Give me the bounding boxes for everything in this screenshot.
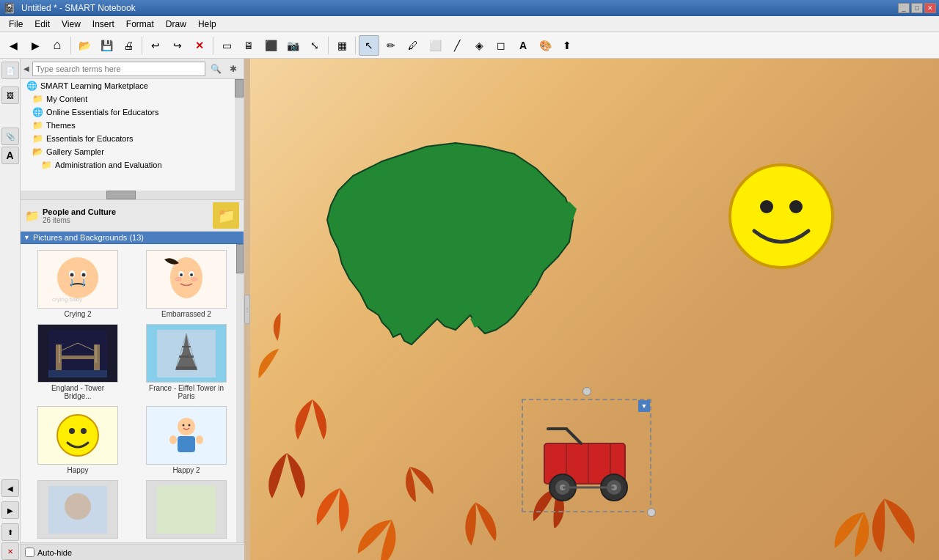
tree-item-mycontent[interactable]: 📁 My Content	[21, 92, 244, 106]
eraser-button[interactable]: ⬜	[425, 35, 445, 56]
undo-button[interactable]: ↩	[145, 35, 166, 56]
record-button[interactable]: ⬛	[260, 35, 281, 56]
gallery-scroll-thumb[interactable]	[236, 244, 244, 273]
thumb-happy[interactable]: Happy	[25, 405, 131, 476]
search-back-button[interactable]: ◀	[23, 65, 29, 73]
camera-button[interactable]: 📷	[282, 35, 303, 56]
tree-item-online[interactable]: 🌐 Online Essentials for Educators	[21, 106, 244, 119]
menu-file[interactable]: File	[3, 18, 29, 31]
sidebar-nav-right[interactable]: ▶	[1, 501, 19, 519]
search-clear-button[interactable]: ✱	[226, 62, 241, 76]
leaf-4	[257, 447, 316, 508]
thumb-label-embarrassed2: Embarrassed 2	[161, 310, 211, 318]
category-folder-thumb: 📁	[213, 202, 239, 229]
thumb-extra1[interactable]: ...	[25, 479, 131, 542]
menu-format[interactable]: Format	[120, 18, 160, 31]
thumb-france[interactable]: France - Eiffel Tower in Paris	[134, 323, 239, 402]
select-button[interactable]: ↖	[359, 35, 379, 56]
essentials-icon: 📁	[32, 133, 43, 144]
app-icon: 📓	[3, 2, 15, 14]
text-button[interactable]: A	[513, 35, 533, 56]
thumb-extra2[interactable]: ...	[134, 479, 239, 542]
back-button[interactable]: ◀	[3, 35, 23, 56]
category-folder-icon: 📁 People and Culture 26 items	[25, 207, 116, 224]
thumb-label-england: England - Tower Bridge...	[37, 384, 118, 400]
svg-point-40	[760, 200, 773, 213]
tree-hscrollbar[interactable]	[21, 191, 235, 199]
menu-view[interactable]: View	[56, 18, 87, 31]
sep2	[142, 37, 142, 54]
save-button[interactable]: 💾	[96, 35, 117, 56]
menu-edit[interactable]: Edit	[29, 18, 56, 31]
wagon-resize-handle[interactable]	[647, 508, 656, 517]
search-input[interactable]	[32, 62, 205, 76]
sep4	[328, 37, 329, 54]
thumb-embarrassed2[interactable]: Embarrassed 2	[134, 248, 239, 320]
highlight-button[interactable]: 🖊	[403, 35, 423, 56]
search-button[interactable]: 🔍	[208, 62, 223, 76]
svg-rect-22	[176, 366, 197, 369]
svg-point-30	[178, 418, 195, 435]
svg-point-39	[730, 165, 833, 268]
sidebar-close-icon[interactable]: ✕	[1, 542, 19, 560]
tree-item-themes[interactable]: 📁 Themes	[21, 119, 244, 132]
extra-button[interactable]: ⬆	[557, 35, 577, 56]
tree-item-smart[interactable]: 🌐 SMART Learning Marketplace	[21, 79, 244, 92]
maximize-button[interactable]: □	[911, 3, 923, 13]
display-button[interactable]: 🖥	[238, 35, 259, 56]
filter-expand-icon[interactable]: ▼	[23, 234, 30, 241]
table-button[interactable]: ▦	[332, 35, 352, 56]
tree-item-gallery-sampler[interactable]: 📂 Gallery Sampler	[21, 145, 244, 158]
tree-item-essentials[interactable]: 📁 Essentials for Educators	[21, 132, 244, 145]
mycontent-icon: 📁	[32, 94, 43, 104]
screen-button[interactable]: ▭	[216, 35, 237, 56]
tree-scrollbar[interactable]	[235, 79, 244, 199]
thumb-happy2[interactable]: Happy 2	[134, 405, 239, 476]
sidebar-image-icon[interactable]: 🖼	[1, 86, 19, 104]
sidebar-nav-left[interactable]: ◀	[1, 479, 19, 497]
home-button[interactable]: ⌂	[47, 35, 67, 56]
forward-button[interactable]: ▶	[25, 35, 45, 56]
close-button[interactable]: ✕	[924, 3, 936, 13]
tree-hscroll-thumb[interactable]	[106, 191, 136, 199]
svg-point-27	[57, 415, 98, 456]
menu-insert[interactable]: Insert	[87, 18, 120, 31]
wagon-container[interactable]: ▼	[522, 399, 651, 512]
search-bar: ◀ 🔍 ✱	[21, 59, 244, 79]
creative-button[interactable]: ◻	[491, 35, 511, 56]
sidebar-attach-icon[interactable]: 📎	[1, 128, 19, 145]
thumb-img-happy	[37, 406, 118, 465]
print-button[interactable]: 🖨	[118, 35, 139, 56]
canvas-area[interactable]: ▼	[250, 59, 939, 560]
tree-label-smart: SMART Learning Marketplace	[40, 81, 148, 90]
color-button[interactable]: 🎨	[535, 35, 555, 56]
shape-fill-button[interactable]: ◈	[469, 35, 489, 56]
pen-button[interactable]: ✏	[381, 35, 401, 56]
line-button[interactable]: ╱	[447, 35, 467, 56]
tree-scroll-thumb[interactable]	[235, 79, 244, 97]
sidebar-page-icon[interactable]: 📄	[1, 62, 19, 79]
menu-help[interactable]: Help	[192, 18, 222, 31]
asia-map	[309, 132, 602, 369]
gallery-scrollbar[interactable]	[236, 244, 244, 542]
open-button[interactable]: 📂	[74, 35, 95, 56]
autohide-checkbox[interactable]	[25, 548, 34, 557]
sidebar-share-icon[interactable]: ⬆	[1, 523, 19, 541]
redo-button[interactable]: ↪	[167, 35, 188, 56]
wagon-dropdown-button[interactable]: ▼	[638, 400, 650, 412]
thumb-england[interactable]: England - Tower Bridge...	[25, 323, 131, 402]
minimize-button[interactable]: _	[898, 3, 910, 13]
resize-handle[interactable]: ⋮	[244, 295, 250, 324]
sep3	[213, 37, 213, 54]
sidebar-text-icon[interactable]: A	[1, 147, 19, 164]
delete-button[interactable]: ✕	[189, 35, 210, 56]
thumb-crying2[interactable]: crying baby Crying 2	[25, 248, 131, 320]
toolbar: ◀ ▶ ⌂ 📂 💾 🖨 ↩ ↪ ✕ ▭ 🖥 ⬛ 📷 ⤡ ▦ ↖ ✏ 🖊 ⬜ ╱ …	[0, 32, 939, 59]
scale-button[interactable]: ⤡	[304, 35, 325, 56]
sep1	[70, 37, 71, 54]
svg-rect-18	[95, 345, 97, 363]
svg-point-10	[190, 273, 193, 276]
tree-item-admin[interactable]: 📁 Administration and Evaluation	[21, 158, 244, 172]
svg-rect-16	[62, 355, 94, 359]
menu-draw[interactable]: Draw	[160, 18, 192, 31]
